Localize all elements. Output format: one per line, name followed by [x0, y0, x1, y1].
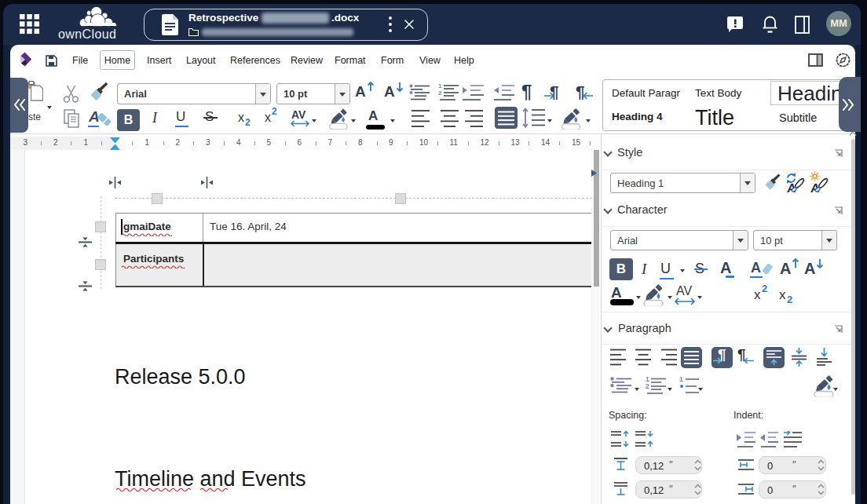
svg-text:ownCloud: ownCloud [58, 27, 116, 41]
svg-text:1: 1 [438, 82, 442, 89]
svg-text:1: 1 [679, 375, 683, 383]
svg-text:2: 2 [438, 89, 442, 97]
svg-text:2: 2 [646, 382, 649, 390]
